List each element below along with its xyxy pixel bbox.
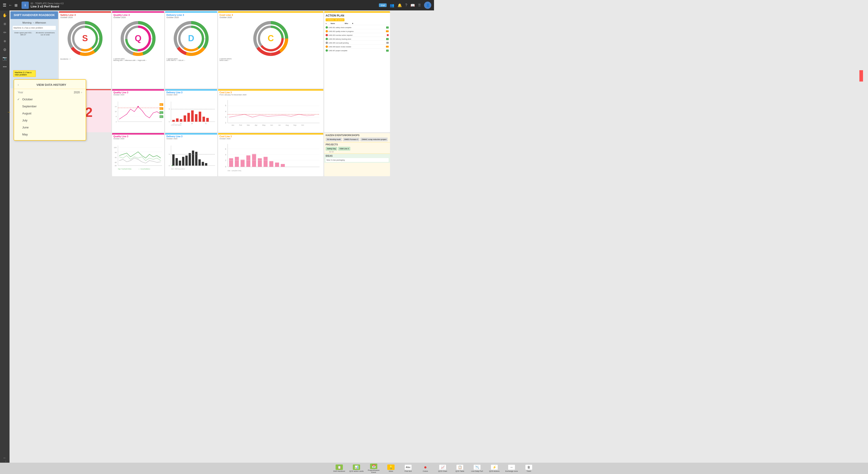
- svg-rect-148: [281, 164, 285, 167]
- cost-top-card: Cost Line 3 October 2020 C 1 15 31 2 ope…: [218, 11, 323, 88]
- app-info: 00 - TEMPLATE Demo Indus 4.0 Line 3 v2 P…: [31, 2, 63, 8]
- svg-text:LATE PARTS(day): LATE PARTS(day): [171, 124, 181, 126]
- svg-text:2: 2: [116, 121, 117, 123]
- machine-alert: Machine 3.1 has a rotor problem: [13, 70, 36, 77]
- users-icon[interactable]: 👥: [390, 3, 394, 7]
- view-data-history-dropdown[interactable]: ‹ VIEW DATA HISTORY Year 2020 › October …: [13, 79, 86, 141]
- svg-text:100: 100: [114, 146, 117, 148]
- project-btn-1[interactable]: Safety Day: [326, 147, 337, 150]
- action-item: LINE-001 safety check complete ✓: [326, 26, 389, 29]
- ideas-note[interactable]: New X-mas packaging: [326, 158, 389, 162]
- delivery-mid-card: Delivery Line 3 October 2020 5: [165, 89, 217, 132]
- svg-text:Max 0: Max 0: [160, 112, 163, 114]
- svg-text:4: 4: [225, 110, 226, 112]
- svg-rect-126: [189, 153, 191, 166]
- handover-header: SHIFT HANDOVER ROADBOOK: [10, 11, 58, 19]
- dropdown-back-icon[interactable]: ‹: [18, 83, 19, 87]
- svg-text:0: 0: [225, 166, 226, 168]
- quality-top-card: Quality Line 3 October 2020 Q 1 15 31 1 …: [112, 11, 164, 88]
- sidebar-edit-icon[interactable]: ✏: [2, 30, 7, 35]
- month-june[interactable]: June: [14, 124, 86, 131]
- svg-text:1: 1: [270, 23, 271, 24]
- help-icon[interactable]: ?: [405, 3, 407, 7]
- svg-rect-140: [235, 157, 239, 167]
- action-item: LINE-003 overdue action required !: [326, 34, 389, 37]
- safety-subtitle: October 2020: [60, 16, 110, 19]
- avatar[interactable]: 👤: [424, 2, 431, 9]
- handover-action2: All electric screwdrivers out of order: [35, 31, 56, 37]
- svg-rect-145: [264, 157, 268, 167]
- menu-icon[interactable]: ☰: [3, 3, 6, 8]
- svg-text:5: 5: [169, 108, 169, 110]
- safety-donut-chart: S 1 15 31: [67, 21, 103, 57]
- delivery-subtitle: October 2020: [166, 16, 216, 19]
- svg-text:15: 15: [98, 38, 99, 40]
- svg-rect-76: [203, 116, 205, 122]
- quality-donut-chart: Q 1 15 31: [120, 21, 156, 57]
- svg-text:80: 80: [115, 165, 117, 167]
- svg-rect-70: [180, 119, 182, 122]
- sidebar-settings-icon[interactable]: ⚙: [2, 47, 7, 52]
- delivery-title: Delivery Line 3: [166, 13, 216, 16]
- action-filter[interactable]: 7 actions - All actions: [326, 18, 344, 21]
- svg-text:C: C: [268, 34, 274, 43]
- sidebar-camera-icon[interactable]: 📷: [2, 56, 7, 61]
- svg-text:Aug: Aug: [285, 124, 289, 126]
- svg-text:May: May: [262, 124, 266, 126]
- apps-icon[interactable]: ⠿: [418, 3, 421, 7]
- kaizen-btn-2[interactable]: SMED Furnace 3: [343, 137, 360, 141]
- delivery-bot-chart: 5 0 AGE - PART(Day 1D/LII): [166, 141, 216, 173]
- svg-rect-68: [172, 120, 175, 122]
- quality-subtitle: October 2020: [113, 16, 163, 19]
- month-august[interactable]: August: [14, 110, 86, 117]
- sidebar-more-icon[interactable]: •••: [2, 64, 7, 69]
- svg-point-57: [137, 106, 139, 107]
- year-next-icon[interactable]: ›: [81, 91, 82, 94]
- svg-rect-121: [172, 154, 175, 166]
- svg-text:Jul: Jul: [278, 124, 280, 126]
- dropdown-title: VIEW DATA HISTORY: [21, 83, 82, 87]
- sidebar-connect-icon[interactable]: ⊕: [2, 38, 7, 43]
- safety-footer: Accidents ○ /: [59, 58, 111, 61]
- kaizen-btn-1[interactable]: 5S Monthly Audit: [326, 137, 342, 141]
- svg-text:Q: Q: [135, 34, 142, 43]
- svg-text:S: S: [82, 34, 88, 43]
- svg-text:85: 85: [115, 162, 117, 164]
- svg-text:31: 31: [84, 54, 86, 55]
- svg-text:3: 3: [225, 116, 226, 118]
- svg-text:Doe - scen(Dim One): Doe - scen(Dim One): [228, 170, 241, 172]
- svg-rect-122: [176, 158, 178, 166]
- month-july[interactable]: July: [14, 117, 86, 124]
- reader-icon[interactable]: 📖: [410, 3, 415, 7]
- safety-title: Safety Line 3: [60, 13, 110, 16]
- svg-text:5: 5: [169, 153, 169, 155]
- svg-rect-71: [184, 115, 186, 122]
- cost-footer: 2 opened actions Direct costs ○: [218, 58, 323, 62]
- sidebar-cursor-icon[interactable]: ✋: [2, 13, 7, 18]
- svg-rect-72: [187, 113, 190, 122]
- month-may[interactable]: May: [14, 131, 86, 138]
- svg-text:14: 14: [115, 105, 117, 108]
- back-icon[interactable]: ←: [9, 3, 12, 7]
- svg-text:Jun: Jun: [270, 124, 273, 126]
- cost-bot-card: Cost Line 3 October 2020 6 4: [218, 133, 323, 176]
- svg-text:31: 31: [137, 54, 139, 55]
- svg-text:High: Tme(%)(All Shifts): High: Tme(%)(All Shifts): [118, 168, 131, 170]
- svg-text:15: 15: [204, 38, 206, 40]
- svg-rect-123: [179, 161, 181, 166]
- year-row: Year 2020 ›: [14, 89, 86, 96]
- grid-icon[interactable]: ⊞: [14, 3, 18, 7]
- left-sidebar: ✋ ⊞ ✏ ⊕ ⚙ 📷 ••• ←: [0, 10, 9, 237]
- project-btn-2[interactable]: VSM Line 3: [338, 147, 350, 150]
- month-september[interactable]: September: [14, 103, 86, 110]
- month-october[interactable]: October: [14, 96, 86, 103]
- handover-action1: Order spare part #SC-865-37: [13, 31, 34, 37]
- sidebar-select-icon[interactable]: ⊞: [2, 21, 7, 26]
- bell-icon[interactable]: 🔔: [398, 3, 402, 7]
- svg-rect-144: [258, 158, 262, 167]
- svg-text:0: 0: [169, 121, 170, 123]
- kaizen-btn-3[interactable]: DMAIC scrap reduction project: [360, 137, 388, 141]
- svg-rect-146: [269, 161, 274, 167]
- svg-text:AGE - PART(Day 1D/LII): AGE - PART(Day 1D/LII): [171, 168, 185, 170]
- svg-text:Oct: Oct: [301, 124, 304, 126]
